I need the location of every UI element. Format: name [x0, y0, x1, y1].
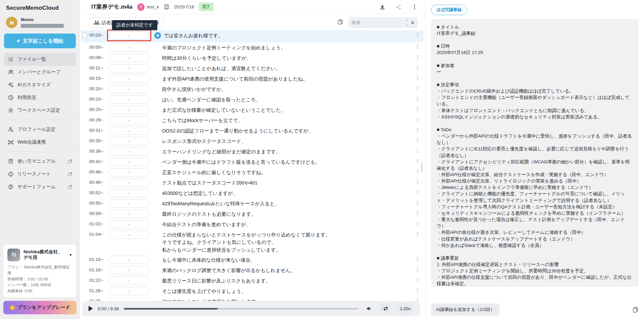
speaker-field[interactable]: -: [109, 31, 150, 40]
transcript-text[interactable]: 403500などは想定していますが、: [162, 190, 415, 197]
search-input[interactable]: [352, 20, 404, 25]
row-menu-icon[interactable]: ⋮: [415, 257, 421, 262]
transcript-text[interactable]: では皆さんお疲れ様です。: [164, 32, 415, 39]
row-menu-icon[interactable]: ⋮: [415, 267, 421, 273]
row-menu-icon[interactable]: ⋮: [415, 75, 421, 81]
speaker-field[interactable]: -: [109, 287, 150, 295]
sidebar-item-プロフィール設定[interactable]: プロフィール設定: [4, 123, 76, 136]
row-menu-icon[interactable]: ⋮: [415, 65, 421, 71]
download-button[interactable]: [379, 3, 386, 11]
row-menu-icon[interactable]: ⋮: [415, 86, 421, 92]
transcript-text[interactable]: テスト観点ではステータスコード200や401: [162, 179, 415, 187]
row-menu-icon[interactable]: ⋮: [415, 148, 421, 154]
transcript-text[interactable]: 田中さん現状いかがですか。: [162, 86, 415, 93]
speaker-field[interactable]: -: [109, 256, 150, 264]
copy-transcript-icon[interactable]: [337, 19, 343, 26]
transcript-text[interactable]: 正直スケジュール的に厳しくなりそうですね。: [162, 169, 415, 176]
speaker-field[interactable]: -: [109, 199, 150, 208]
search-prev-next-icons[interactable]: ⌃⌃: [406, 21, 409, 24]
sidebar-item-リリースノート[interactable]: リリースノート: [4, 168, 76, 180]
speaker-field[interactable]: -: [109, 158, 150, 166]
share-icon[interactable]: [395, 3, 402, 11]
add-ai-minutes-button[interactable]: AI議事録を追加する（1/2回）: [431, 304, 499, 316]
transcript-text[interactable]: レスポンス形式やステータスコード、: [162, 138, 415, 145]
speaker-field[interactable]: -: [109, 116, 150, 124]
row-menu-icon[interactable]: ⋮: [415, 179, 421, 185]
speaker-field[interactable]: -: [109, 178, 150, 187]
transcript-text[interactable]: まだ正式な仕様書が確定していないということでした。: [162, 106, 415, 114]
chevron-down-icon[interactable]: ▼: [69, 253, 72, 257]
speaker-field[interactable]: -: [109, 64, 150, 72]
row-menu-icon[interactable]: ⋮: [415, 107, 421, 112]
row-menu-icon[interactable]: ⋮: [415, 44, 421, 50]
speaker-field[interactable]: -: [109, 230, 150, 239]
row-menu-icon[interactable]: ⋮: [415, 117, 421, 123]
row-checkbox[interactable]: [82, 33, 87, 38]
speaker-field[interactable]: -: [109, 106, 150, 114]
more-menu-button[interactable]: ⋮: [411, 3, 418, 10]
speaker-field[interactable]: -: [109, 266, 150, 274]
row-menu-icon[interactable]: ⋮: [415, 200, 421, 206]
transcript-text[interactable]: まず外部API連携の使用支援について前回の宿題がありましたね。: [162, 75, 415, 83]
speaker-field[interactable]: -: [109, 126, 150, 135]
upgrade-plan-button[interactable]: プランをアップグレード: [3, 301, 76, 314]
seek-bar[interactable]: [124, 308, 358, 310]
row-menu-icon[interactable]: ⋮: [415, 288, 421, 294]
copy-minutes-icon[interactable]: [632, 307, 639, 313]
transcript-text[interactable]: 最終ロジックのテストも必要になります。: [162, 210, 415, 218]
volume-button[interactable]: [363, 303, 375, 315]
speaker-field[interactable]: -: [109, 74, 150, 83]
speaker-field[interactable]: -: [109, 147, 150, 156]
transcript-text[interactable]: 最悪リリース日に影響が及ぶリスクもあります。: [162, 277, 415, 284]
row-menu-icon[interactable]: ⋮: [415, 159, 421, 164]
speaker-field[interactable]: -: [109, 95, 150, 104]
sidebar-item-メンバーとグループ[interactable]: メンバーとグループ: [4, 66, 76, 78]
transcript-text[interactable]: はい。先週ベンダーに確認を取ったところ、: [162, 96, 415, 103]
speaker-field[interactable]: -: [109, 43, 150, 52]
transcript-text[interactable]: 今週のプロジェクト定例ミーティングを始めましょう。: [162, 44, 415, 51]
workspace-card[interactable]: N Nishika株式会社_ デモ用 ▼ プラン： Nishika株式会社_動作…: [3, 245, 76, 298]
row-menu-icon[interactable]: ⋮: [415, 32, 421, 38]
row-menu-icon[interactable]: ⋮: [415, 211, 421, 216]
pane-resize-handle[interactable]: [421, 162, 422, 172]
search-clear-icon[interactable]: ✕: [411, 20, 415, 25]
transcript-text[interactable]: 追加で話したいことがあれば、適宜教えてください。: [162, 65, 415, 72]
transcript-text[interactable]: こちらではMockサーバーを立てて、: [162, 117, 415, 124]
row-menu-icon[interactable]: ⋮: [415, 138, 421, 144]
sidebar-item-使い方マニュアル[interactable]: 使い方マニュアル: [4, 155, 76, 168]
row-play-button[interactable]: [154, 32, 161, 39]
play-button[interactable]: [89, 306, 93, 311]
speaker-field[interactable]: -: [109, 85, 150, 93]
sidebar-item-ワークスペース設定[interactable]: ワークスペース設定: [4, 104, 76, 117]
transcript-text[interactable]: エラーハンドリングなど細部がまだ確定のままです。: [162, 148, 415, 155]
transcript-text[interactable]: 今結合テストの準備を進めていますが、: [162, 221, 415, 228]
transcript-text[interactable]: そこは優先度を上げてやりましょう。: [162, 287, 415, 295]
speaker-field[interactable]: -: [109, 276, 150, 285]
start-transcription-button[interactable]: + 文字起こしを開始: [4, 34, 76, 48]
row-menu-icon[interactable]: ⋮: [415, 169, 421, 175]
row-menu-icon[interactable]: ⋮: [415, 127, 421, 133]
row-menu-icon[interactable]: ⋮: [415, 190, 421, 196]
playback-speed-button[interactable]: 1.00x: [396, 303, 414, 315]
speaker-field[interactable]: -: [109, 210, 150, 218]
transcript-text[interactable]: もし今週中に具体的な仕様が来ない場合、: [162, 256, 415, 264]
speaker-field[interactable]: -: [109, 137, 150, 145]
speaker-field[interactable]: -: [109, 220, 150, 228]
row-menu-icon[interactable]: ⋮: [415, 277, 421, 283]
sidebar-item-Web会議連携[interactable]: Web会議連携: [4, 136, 76, 149]
sidebar-item-ファイル一覧[interactable]: ファイル一覧: [4, 53, 76, 66]
sidebar-item-サポートフォーム[interactable]: サポートフォーム: [4, 180, 76, 193]
sidebar-item-利用状況[interactable]: 利用状況: [4, 91, 76, 104]
transcript-text[interactable]: ベンダー側は今週中にはドラフト版を送ると言っているんですけども、: [162, 158, 415, 166]
speaker-field[interactable]: -: [109, 189, 150, 197]
row-menu-icon[interactable]: ⋮: [415, 231, 421, 237]
speaker-field[interactable]: -: [109, 54, 150, 62]
sidebar-item-AIカスタマイズ[interactable]: AIカスタマイズ: [4, 78, 76, 91]
row-menu-icon[interactable]: ⋮: [415, 221, 421, 227]
repeat-button[interactable]: [380, 303, 392, 315]
row-menu-icon[interactable]: ⋮: [415, 55, 421, 60]
speaker-field[interactable]: -: [109, 168, 150, 176]
transcript-text[interactable]: 時間は30分くらいを予定していますが、: [162, 54, 415, 62]
transcript-text[interactable]: OOS2.0の認証フローまで一通り動かせるようにしているんですが、: [162, 127, 415, 135]
transcript-text[interactable]: 来週のバックログ調整で大きく影響が出るかもしれません。: [162, 267, 415, 274]
